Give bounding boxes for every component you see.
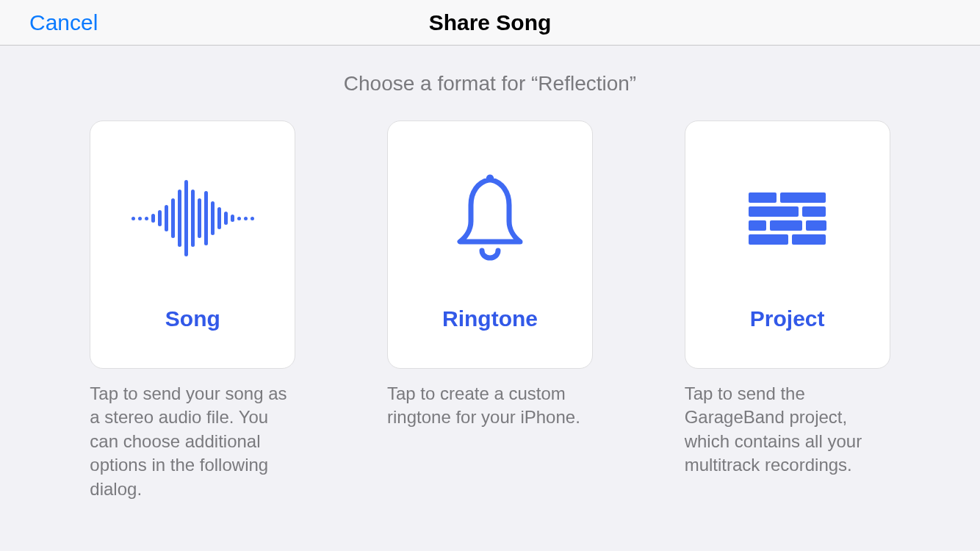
project-card-label: Project (750, 306, 825, 331)
svg-point-0 (488, 176, 492, 181)
subtitle-text: Choose a format for “Reflection” (88, 72, 892, 96)
ringtone-description: Tap to create a custom ringtone for your… (387, 382, 593, 430)
song-card-label: Song (165, 306, 220, 331)
song-description: Tap to send your song as a stereo audio … (90, 382, 295, 501)
song-card[interactable]: Song (90, 120, 295, 369)
waveform-icon (131, 136, 254, 300)
ringtone-card[interactable]: Ringtone (387, 120, 593, 369)
cancel-button[interactable]: Cancel (29, 10, 98, 35)
option-project: Project Tap to send the GarageBand proje… (682, 120, 892, 501)
project-card[interactable]: Project (685, 120, 890, 369)
format-options: Song Tap to send your song as a stereo a… (88, 120, 892, 501)
option-song: Song Tap to send your song as a stereo a… (88, 120, 298, 501)
project-description: Tap to send the GarageBand project, whic… (685, 382, 890, 478)
tracks-icon (749, 136, 826, 300)
bell-icon (450, 136, 530, 300)
ringtone-card-label: Ringtone (442, 306, 538, 331)
option-ringtone: Ringtone Tap to create a custom ringtone… (386, 120, 595, 501)
page-title: Share Song (429, 10, 552, 35)
content-area: Choose a format for “Reflection” (0, 46, 980, 501)
header-bar: Cancel Share Song (0, 0, 980, 46)
